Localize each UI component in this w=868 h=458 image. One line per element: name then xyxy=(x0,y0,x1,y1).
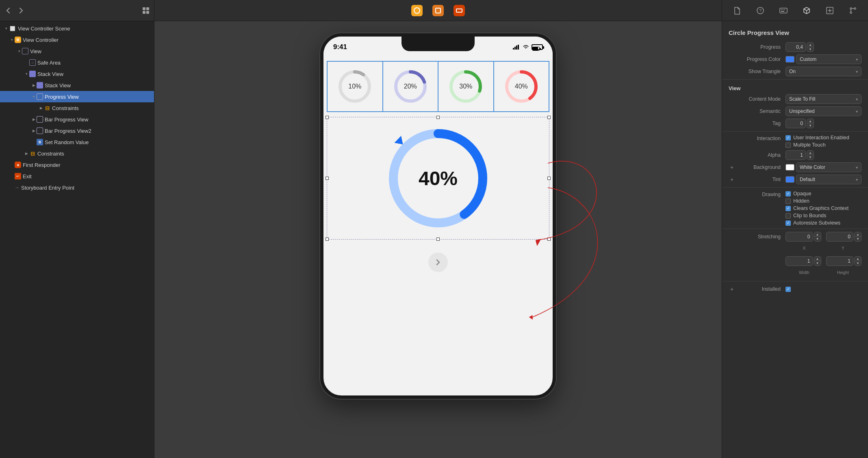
stretch-y-stepper[interactable]: 0 ▲ ▼ xyxy=(826,232,862,242)
resize-handle-mr[interactable] xyxy=(547,177,551,180)
hidden-checkbox[interactable] xyxy=(786,199,791,204)
sidebar-item-bar-progress-1[interactable]: ▶ Bar Progress View xyxy=(0,114,154,125)
sidebar-toolbar xyxy=(0,0,154,21)
progress-color-swatch[interactable] xyxy=(786,56,794,63)
inspector-row-progress-color: Progress Color Custom ▾ xyxy=(722,53,868,65)
installed-checkbox[interactable] xyxy=(786,287,791,292)
tag-stepper[interactable]: 0 ▲ ▼ xyxy=(786,119,814,128)
resize-handle-br[interactable] xyxy=(547,238,551,241)
keyboard-icon[interactable] xyxy=(777,4,790,17)
plus-icon-tint[interactable]: + xyxy=(729,176,735,183)
file-icon[interactable] xyxy=(731,4,744,17)
plus-icon-installed[interactable]: + xyxy=(729,286,735,292)
sidebar-item-bar-progress-2[interactable]: ▶ Bar Progress View2 xyxy=(0,125,154,136)
sidebar-item-first-responder[interactable]: ◈ First Responder xyxy=(0,159,154,171)
opaque-checkbox[interactable] xyxy=(786,191,791,197)
canvas-icon-orange[interactable] xyxy=(432,5,444,16)
content-mode-dropdown[interactable]: Scale To Fill ▾ xyxy=(786,94,861,104)
sidebar-item-stack-view-1[interactable]: ▾ Stack View xyxy=(0,68,154,80)
attributes-icon[interactable] xyxy=(800,4,813,17)
show-triangle-dropdown[interactable]: On ▾ xyxy=(786,67,861,76)
separator-3 xyxy=(722,187,868,188)
alpha-down[interactable]: ▼ xyxy=(807,155,814,160)
progress-up[interactable]: ▲ xyxy=(807,43,814,47)
svg-rect-6 xyxy=(456,9,462,12)
question-icon[interactable]: ? xyxy=(754,4,767,17)
clip-to-bounds-checkbox[interactable] xyxy=(786,213,791,218)
tag-down[interactable]: ▼ xyxy=(807,123,814,128)
background-color-swatch[interactable] xyxy=(786,164,794,171)
canvas-icon-red[interactable] xyxy=(454,5,465,16)
connections-icon[interactable] xyxy=(846,4,859,17)
separator-4 xyxy=(722,229,868,229)
alpha-up[interactable]: ▲ xyxy=(807,151,814,155)
back-icon[interactable] xyxy=(4,6,12,15)
status-time: 9:41 xyxy=(333,43,347,51)
svg-rect-10 xyxy=(518,45,519,50)
stretch-h-stepper[interactable]: 1 ▲ ▼ xyxy=(826,256,862,266)
user-interaction-checkbox[interactable] xyxy=(786,135,791,140)
svg-rect-1 xyxy=(146,7,149,10)
stretch-x-up[interactable]: ▲ xyxy=(814,232,821,237)
circle-cell-2: 20% xyxy=(383,61,438,112)
stretch-w-down[interactable]: ▼ xyxy=(814,261,821,266)
canvas-icon-yellow[interactable] xyxy=(411,5,423,16)
resize-handle-tl[interactable] xyxy=(326,116,329,119)
progress-stepper[interactable]: 0,4 ▲ ▼ xyxy=(786,42,814,52)
chevron-icon-5: ▾ xyxy=(856,165,858,170)
stretch-x-stepper[interactable]: 0 ▲ ▼ xyxy=(786,232,821,242)
stretch-x-down[interactable]: ▼ xyxy=(814,237,821,241)
inspector-row-content-mode: Content Mode Scale To Fill ▾ xyxy=(722,93,868,105)
sidebar-item-stack-view-2[interactable]: ▶ Stack View xyxy=(0,80,154,91)
semantic-dropdown[interactable]: Unspecified ▾ xyxy=(786,106,861,116)
svg-rect-5 xyxy=(436,8,441,13)
background-dropdown[interactable]: White Color ▾ xyxy=(796,162,861,172)
sidebar-item-exit[interactable]: ↩ Exit xyxy=(0,171,154,182)
inspector-row-tint: + Tint Default ▾ xyxy=(722,173,868,186)
hidden-row: Hidden xyxy=(786,198,809,204)
resize-handle-tc[interactable] xyxy=(436,116,440,119)
tint-dropdown[interactable]: Default ▾ xyxy=(796,175,861,184)
stretch-h-up[interactable]: ▲ xyxy=(855,257,861,261)
autoresize-checkbox[interactable] xyxy=(786,220,791,226)
sidebar-item-progress-view[interactable]: ▾ Progress View xyxy=(0,91,154,102)
inspector-title: Circle Progress View xyxy=(722,26,868,41)
sidebar-item-view-controller[interactable]: ▾ ⊞ View Controller xyxy=(0,34,154,45)
clip-to-bounds-row: Clip to Bounds xyxy=(786,213,826,218)
clears-graphics-checkbox[interactable] xyxy=(786,206,791,211)
progress-color-dropdown[interactable]: Custom ▾ xyxy=(796,54,861,64)
svg-rect-7 xyxy=(513,48,514,50)
resize-handle-bc[interactable] xyxy=(436,238,440,241)
svg-rect-8 xyxy=(514,47,516,50)
sidebar-item-view-controller-scene[interactable]: ▾ ⬜ View Controller Scene xyxy=(0,23,154,34)
resize-handle-bl[interactable] xyxy=(326,238,329,241)
stretch-w-up[interactable]: ▲ xyxy=(814,257,821,261)
size-icon[interactable] xyxy=(823,4,836,17)
inspector-row-show-triangle: Show Triangle On ▾ xyxy=(722,65,868,78)
sidebar-item-storyboard-entry[interactable]: → Storyboard Entry Point xyxy=(0,182,154,193)
sidebar-item-set-random[interactable]: B Set Random Value xyxy=(0,136,154,148)
progress-down[interactable]: ▼ xyxy=(807,47,814,52)
sidebar-item-view[interactable]: ▾ View xyxy=(0,45,154,57)
resize-handle-ml[interactable] xyxy=(326,177,329,180)
multiple-touch-checkbox[interactable] xyxy=(786,143,791,148)
sidebar-item-constraints[interactable]: ▶ ⊟ Constraints xyxy=(0,102,154,114)
inspector-row-progress: Progress 0,4 ▲ ▼ xyxy=(722,41,868,53)
tag-up[interactable]: ▲ xyxy=(807,119,814,123)
large-progress-container[interactable]: 40% xyxy=(327,117,549,240)
stretch-w-stepper[interactable]: 1 ▲ ▼ xyxy=(786,256,821,266)
alpha-stepper[interactable]: 1 ▲ ▼ xyxy=(786,150,814,160)
resize-handle-tr[interactable] xyxy=(547,116,551,119)
tint-color-swatch[interactable] xyxy=(786,176,794,183)
forward-icon[interactable] xyxy=(17,6,25,15)
sidebar-item-constraints-2[interactable]: ▶ ⊟ Constraints xyxy=(0,148,154,159)
canvas-scroll[interactable]: 9:41 xyxy=(154,21,722,458)
sidebar-item-safe-area[interactable]: □ Safe Area xyxy=(0,57,154,68)
grid-icon[interactable] xyxy=(142,6,150,15)
svg-point-33 xyxy=(854,8,856,9)
stretch-h-down[interactable]: ▼ xyxy=(855,261,861,266)
plus-icon-bg[interactable]: + xyxy=(729,164,735,171)
stretch-y-down[interactable]: ▼ xyxy=(855,237,861,241)
svg-rect-28 xyxy=(783,9,783,10)
stretch-y-up[interactable]: ▲ xyxy=(855,232,861,237)
